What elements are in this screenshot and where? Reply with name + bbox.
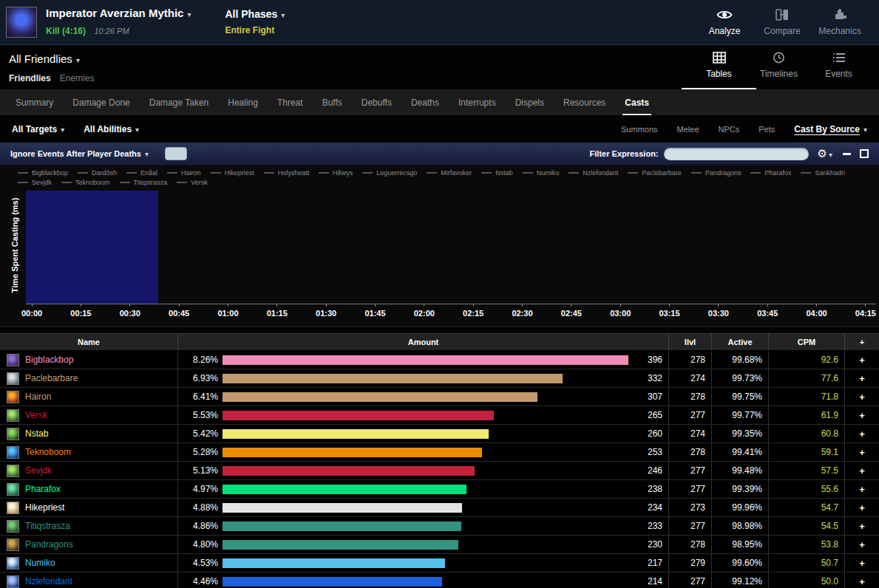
legend-item[interactable]: Pandragons bbox=[691, 169, 741, 177]
friendlies-dropdown[interactable]: All Friendlies▾ bbox=[9, 52, 103, 66]
tab-healing[interactable]: Healing bbox=[218, 90, 268, 115]
expand-row-button[interactable]: + bbox=[845, 406, 879, 424]
column-header-active[interactable]: Active bbox=[712, 334, 769, 350]
legend-item[interactable]: Paclebarbare bbox=[628, 169, 682, 177]
tab-resources[interactable]: Resources bbox=[554, 90, 615, 115]
phase-dropdown[interactable]: All Phases▾ bbox=[225, 7, 285, 21]
tab-debuffs[interactable]: Debuffs bbox=[352, 90, 401, 115]
tab-deaths[interactable]: Deaths bbox=[401, 90, 449, 115]
tab-summary[interactable]: Summary bbox=[6, 90, 63, 115]
legend-item[interactable]: Teknoboom bbox=[61, 179, 110, 186]
player-name-link[interactable]: Nzlefondant bbox=[25, 576, 72, 587]
player-name-link[interactable]: Nstab bbox=[25, 428, 48, 439]
tick-mark bbox=[767, 304, 768, 307]
player-name-link[interactable]: Paclebarbare bbox=[25, 373, 78, 383]
player-name-link[interactable]: Pharafox bbox=[25, 484, 61, 494]
amount-percent: 6.41% bbox=[178, 392, 218, 402]
tab-buffs[interactable]: Buffs bbox=[313, 90, 352, 115]
legend-item[interactable]: Hikepriest bbox=[211, 169, 254, 177]
column-header-cpm[interactable]: CPM bbox=[769, 334, 845, 350]
legend-item[interactable]: Enåal bbox=[126, 169, 157, 177]
source-tab-friendlies[interactable]: Friendlies bbox=[9, 73, 51, 83]
expand-row-button[interactable]: + bbox=[845, 443, 879, 461]
legend-dash-icon bbox=[78, 172, 88, 174]
tab-threat[interactable]: Threat bbox=[268, 90, 313, 115]
toggle-melee[interactable]: Melee bbox=[677, 125, 699, 134]
player-name-link[interactable]: Titiqstrasza bbox=[25, 521, 70, 531]
table-row: Pandragons4.80%23027898.95%53.8+ bbox=[0, 536, 879, 554]
fight-title-dropdown[interactable]: Imperator Averzian Mythic▾ bbox=[46, 7, 191, 20]
maximize-icon[interactable] bbox=[860, 149, 869, 158]
player-name-link[interactable]: Versk bbox=[25, 410, 47, 420]
player-name-link[interactable]: Hikepriest bbox=[25, 502, 64, 513]
player-name-link[interactable]: Teknoboom bbox=[25, 447, 71, 457]
legend-item[interactable]: Titiqstrasza bbox=[120, 179, 168, 186]
top-nav-compare[interactable]: Compare bbox=[753, 9, 811, 36]
tab-damage-taken[interactable]: Damage Taken bbox=[140, 90, 219, 115]
all-abilities-dropdown[interactable]: All Abilities▾ bbox=[84, 124, 139, 134]
expand-row-button[interactable]: + bbox=[845, 572, 879, 588]
minimize-icon[interactable] bbox=[843, 153, 851, 155]
player-name-link[interactable]: Numiko bbox=[25, 558, 55, 568]
expand-row-button[interactable]: + bbox=[845, 425, 879, 442]
tab-interrupts[interactable]: Interrupts bbox=[449, 90, 506, 115]
expand-row-button[interactable]: + bbox=[845, 499, 879, 516]
column-header-ilvl[interactable]: Ilvl bbox=[669, 334, 712, 350]
tick-mark bbox=[375, 304, 376, 307]
top-nav-mechanics[interactable]: Mechanics bbox=[811, 9, 869, 36]
legend-item[interactable]: Hêwys bbox=[319, 169, 353, 177]
chevron-down-icon: ▾ bbox=[145, 150, 149, 158]
column-header-amount[interactable]: Amount bbox=[178, 334, 669, 350]
ignore-deaths-toggle[interactable] bbox=[165, 147, 187, 160]
legend-item[interactable]: Mirfavoker bbox=[427, 169, 472, 177]
expand-row-button[interactable]: + bbox=[845, 351, 879, 369]
ignore-deaths-dropdown[interactable]: Ignore Events After Player Deaths▾ bbox=[10, 149, 149, 158]
settings-gear-icon[interactable]: ⚙▾ bbox=[818, 147, 832, 160]
view-tables[interactable]: Tables bbox=[689, 45, 749, 89]
column-header-name[interactable]: Name bbox=[0, 334, 178, 350]
legend-item[interactable]: Holysheatt bbox=[264, 169, 310, 177]
tab-damage-done[interactable]: Damage Done bbox=[63, 90, 139, 115]
all-targets-dropdown[interactable]: All Targets▾ bbox=[12, 124, 64, 134]
tick-mark bbox=[718, 304, 719, 307]
time-spent-casting-chart[interactable]: Time Spent Casting (ms) 00:0000:1500:300… bbox=[0, 188, 879, 327]
player-name-link[interactable]: Bigblackbop bbox=[25, 355, 73, 365]
expand-row-button[interactable]: + bbox=[845, 388, 879, 406]
player-name-link[interactable]: Pandragons bbox=[25, 539, 73, 550]
expand-row-button[interactable]: + bbox=[845, 369, 879, 387]
player-name-link[interactable]: Hairon bbox=[25, 392, 51, 402]
legend-item[interactable]: Sankhadri bbox=[801, 169, 845, 177]
view-events[interactable]: Events bbox=[809, 45, 869, 89]
player-name-link[interactable]: Sevjdk bbox=[25, 465, 52, 476]
cast-by-source-dropdown[interactable]: Cast By Source▾ bbox=[794, 124, 867, 134]
column-header-plus[interactable]: + bbox=[845, 334, 879, 350]
legend-item[interactable]: Nstab bbox=[481, 169, 513, 177]
legend-item[interactable]: Numiko bbox=[523, 169, 560, 177]
expand-row-button[interactable]: + bbox=[845, 554, 879, 572]
legend-item[interactable]: Dardôsh bbox=[78, 169, 117, 177]
legend-item[interactable]: Nzlefondant bbox=[569, 169, 618, 177]
toggle-summons[interactable]: Summons bbox=[621, 125, 658, 134]
legend-item[interactable]: Hairon bbox=[167, 169, 201, 177]
amount-percent: 5.53% bbox=[178, 410, 218, 420]
legend-name: Holysheatt bbox=[278, 169, 310, 177]
top-nav-analyze[interactable]: Analyze bbox=[696, 9, 753, 36]
legend-item[interactable]: Bigblackbop bbox=[18, 169, 68, 177]
toggle-pets[interactable]: Pets bbox=[758, 125, 775, 134]
player-name-cell: Hikepriest bbox=[0, 499, 178, 516]
active-percent-cell: 99.39% bbox=[712, 480, 769, 498]
expand-row-button[interactable]: + bbox=[845, 480, 879, 498]
legend-item[interactable]: Sevjdk bbox=[18, 179, 52, 186]
legend-item[interactable]: Versk bbox=[177, 179, 208, 186]
expand-row-button[interactable]: + bbox=[845, 462, 879, 479]
source-tab-enemies[interactable]: Enemies bbox=[60, 73, 95, 83]
expand-row-button[interactable]: + bbox=[845, 517, 879, 535]
toggle-npcs[interactable]: NPCs bbox=[719, 125, 740, 134]
view-timelines[interactable]: Timelines bbox=[749, 45, 809, 89]
tab-dispels[interactable]: Dispels bbox=[506, 90, 554, 115]
expand-row-button[interactable]: + bbox=[845, 536, 879, 553]
filter-expression-input[interactable] bbox=[664, 148, 809, 160]
tab-casts[interactable]: Casts bbox=[615, 90, 659, 115]
legend-item[interactable]: Leguerrecsgo bbox=[362, 169, 417, 177]
legend-item[interactable]: Pharafox bbox=[750, 169, 791, 177]
